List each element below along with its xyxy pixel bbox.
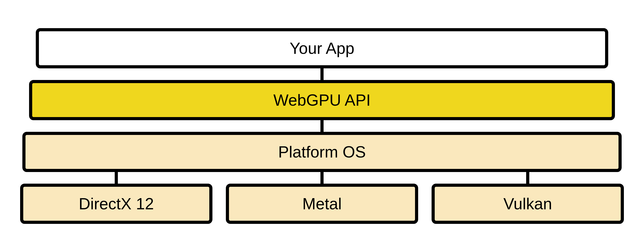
layer-backends-row: DirectX 12 Metal Vulkan <box>20 184 624 224</box>
connector-line <box>320 68 324 80</box>
connector-webgpu-to-platform <box>20 120 624 132</box>
connector-line <box>526 172 529 184</box>
connector-slot-directx <box>20 172 212 184</box>
layer-directx12: DirectX 12 <box>20 184 212 224</box>
layer-your-app: Your App <box>36 28 608 68</box>
connector-line <box>320 172 324 184</box>
connector-platform-to-backends <box>20 172 624 184</box>
connector-line <box>320 120 324 132</box>
layer-directx12-label: DirectX 12 <box>79 195 154 213</box>
connector-line <box>115 172 118 184</box>
layer-vulkan-label: Vulkan <box>503 195 552 213</box>
connector-slot-metal <box>226 172 418 184</box>
layer-metal-label: Metal <box>302 195 342 213</box>
layer-your-app-label: Your App <box>290 39 354 57</box>
layer-platform-os: Platform OS <box>22 132 622 172</box>
layer-webgpu-api-label: WebGPU API <box>274 91 371 109</box>
layer-vulkan: Vulkan <box>432 184 624 224</box>
connector-slot-vulkan <box>432 172 624 184</box>
connector-app-to-webgpu <box>20 68 624 80</box>
layer-webgpu-api: WebGPU API <box>29 80 615 120</box>
webgpu-architecture-diagram: Your App WebGPU API Platform OS DirectX … <box>20 28 624 224</box>
layer-metal: Metal <box>226 184 418 224</box>
layer-platform-os-label: Platform OS <box>278 143 366 161</box>
